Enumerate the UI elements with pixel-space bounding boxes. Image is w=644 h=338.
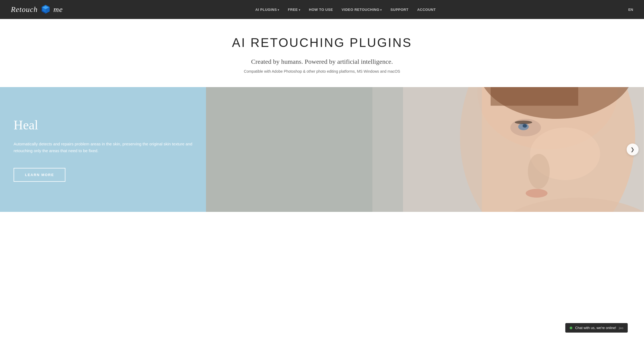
svg-point-21 bbox=[515, 121, 532, 124]
nav-menu: AI PLUGINS FREE HOW TO USE VIDEO RETOUCH… bbox=[255, 7, 436, 12]
hero-title: AI RETOUCHING PLUGINS bbox=[5, 35, 639, 50]
nav-item-account[interactable]: ACCOUNT bbox=[417, 7, 436, 12]
logo-text-before: Retouch bbox=[11, 5, 38, 14]
svg-point-20 bbox=[523, 124, 527, 127]
feature-left-panel: Heal Automatically detects and repairs p… bbox=[0, 87, 206, 212]
learn-more-button[interactable]: LEARN MORE bbox=[14, 168, 65, 182]
nav-link-ai-plugins[interactable]: AI PLUGINS bbox=[255, 8, 279, 12]
feature-description: Automatically detects and repairs proble… bbox=[14, 141, 192, 154]
feature-image-panel: ❯ bbox=[206, 87, 644, 212]
nav-link-free[interactable]: FREE bbox=[288, 8, 300, 12]
nav-link-support[interactable]: SUPPORT bbox=[391, 8, 408, 12]
svg-point-13 bbox=[528, 154, 550, 189]
feature-title: Heal bbox=[14, 117, 192, 132]
svg-rect-16 bbox=[206, 87, 372, 212]
logo[interactable]: Retouch me bbox=[11, 4, 63, 15]
nav-item-how-to-use[interactable]: HOW TO USE bbox=[309, 7, 333, 12]
logo-text-after: me bbox=[53, 5, 63, 14]
feature-section: Heal Automatically detects and repairs p… bbox=[0, 87, 644, 212]
nav-link-how-to-use[interactable]: HOW TO USE bbox=[309, 8, 333, 12]
svg-rect-17 bbox=[373, 87, 482, 212]
hero-compat: Compatible with Adobe Photoshop & other … bbox=[5, 69, 639, 74]
nav-item-support[interactable]: SUPPORT bbox=[391, 7, 408, 12]
nav-link-account[interactable]: ACCOUNT bbox=[417, 8, 436, 12]
main-nav: Retouch me AI PLUGINS FREE HOW TO USE VI… bbox=[0, 0, 644, 19]
svg-point-22 bbox=[526, 189, 548, 197]
svg-rect-15 bbox=[491, 87, 578, 106]
chevron-right-icon: ❯ bbox=[630, 146, 635, 152]
language-selector[interactable]: EN bbox=[628, 8, 633, 12]
face-portrait-svg bbox=[206, 87, 644, 212]
nav-item-ai-plugins[interactable]: AI PLUGINS bbox=[255, 7, 279, 12]
nav-item-video-retouching[interactable]: VIDEO RETOUCHING bbox=[342, 7, 382, 12]
hero-subtitle: Created by humans. Powered by artificial… bbox=[5, 58, 639, 65]
hero-section: AI RETOUCHING PLUGINS Created by humans.… bbox=[0, 19, 644, 87]
nav-link-video-retouching[interactable]: VIDEO RETOUCHING bbox=[342, 8, 382, 12]
logo-cube-icon bbox=[40, 4, 51, 15]
nav-item-free[interactable]: FREE bbox=[288, 7, 300, 12]
next-slide-button[interactable]: ❯ bbox=[627, 144, 639, 155]
